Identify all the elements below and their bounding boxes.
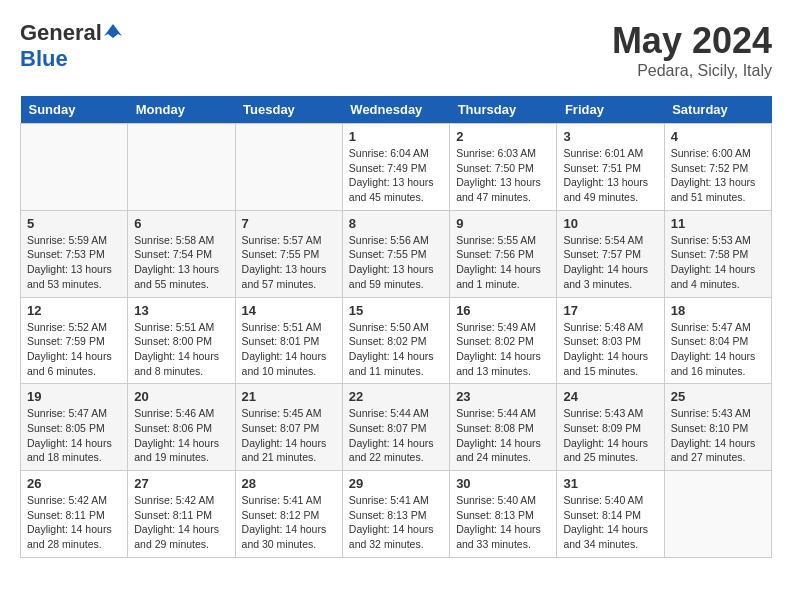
day-info: Sunrise: 5:42 AMSunset: 8:11 PMDaylight:…	[27, 493, 121, 552]
weekday-header-wednesday: Wednesday	[342, 96, 449, 124]
day-number: 4	[671, 129, 765, 144]
day-number: 2	[456, 129, 550, 144]
title-block: May 2024 Pedara, Sicily, Italy	[612, 20, 772, 80]
day-info: Sunrise: 5:47 AMSunset: 8:05 PMDaylight:…	[27, 406, 121, 465]
weekday-header-monday: Monday	[128, 96, 235, 124]
calendar-cell: 12Sunrise: 5:52 AMSunset: 7:59 PMDayligh…	[21, 297, 128, 384]
day-info: Sunrise: 5:42 AMSunset: 8:11 PMDaylight:…	[134, 493, 228, 552]
day-number: 5	[27, 216, 121, 231]
calendar-cell: 19Sunrise: 5:47 AMSunset: 8:05 PMDayligh…	[21, 384, 128, 471]
calendar-week-4: 19Sunrise: 5:47 AMSunset: 8:05 PMDayligh…	[21, 384, 772, 471]
calendar-cell: 23Sunrise: 5:44 AMSunset: 8:08 PMDayligh…	[450, 384, 557, 471]
day-info: Sunrise: 5:51 AMSunset: 8:01 PMDaylight:…	[242, 320, 336, 379]
day-number: 20	[134, 389, 228, 404]
calendar-cell	[21, 124, 128, 211]
calendar-cell: 7Sunrise: 5:57 AMSunset: 7:55 PMDaylight…	[235, 210, 342, 297]
day-number: 14	[242, 303, 336, 318]
calendar-cell: 14Sunrise: 5:51 AMSunset: 8:01 PMDayligh…	[235, 297, 342, 384]
calendar-week-3: 12Sunrise: 5:52 AMSunset: 7:59 PMDayligh…	[21, 297, 772, 384]
calendar-table: SundayMondayTuesdayWednesdayThursdayFrid…	[20, 96, 772, 558]
calendar-cell	[235, 124, 342, 211]
weekday-header-friday: Friday	[557, 96, 664, 124]
weekday-header-row: SundayMondayTuesdayWednesdayThursdayFrid…	[21, 96, 772, 124]
calendar-cell: 22Sunrise: 5:44 AMSunset: 8:07 PMDayligh…	[342, 384, 449, 471]
calendar-cell: 30Sunrise: 5:40 AMSunset: 8:13 PMDayligh…	[450, 471, 557, 558]
day-info: Sunrise: 5:47 AMSunset: 8:04 PMDaylight:…	[671, 320, 765, 379]
calendar-cell: 17Sunrise: 5:48 AMSunset: 8:03 PMDayligh…	[557, 297, 664, 384]
calendar-cell: 31Sunrise: 5:40 AMSunset: 8:14 PMDayligh…	[557, 471, 664, 558]
day-info: Sunrise: 5:46 AMSunset: 8:06 PMDaylight:…	[134, 406, 228, 465]
calendar-cell: 21Sunrise: 5:45 AMSunset: 8:07 PMDayligh…	[235, 384, 342, 471]
calendar-cell: 5Sunrise: 5:59 AMSunset: 7:53 PMDaylight…	[21, 210, 128, 297]
day-number: 12	[27, 303, 121, 318]
calendar-week-5: 26Sunrise: 5:42 AMSunset: 8:11 PMDayligh…	[21, 471, 772, 558]
day-info: Sunrise: 5:43 AMSunset: 8:10 PMDaylight:…	[671, 406, 765, 465]
calendar-cell: 8Sunrise: 5:56 AMSunset: 7:55 PMDaylight…	[342, 210, 449, 297]
logo-blue-text: Blue	[20, 46, 68, 71]
day-number: 15	[349, 303, 443, 318]
day-number: 9	[456, 216, 550, 231]
day-info: Sunrise: 6:04 AMSunset: 7:49 PMDaylight:…	[349, 146, 443, 205]
calendar-week-1: 1Sunrise: 6:04 AMSunset: 7:49 PMDaylight…	[21, 124, 772, 211]
calendar-cell: 13Sunrise: 5:51 AMSunset: 8:00 PMDayligh…	[128, 297, 235, 384]
calendar-cell: 3Sunrise: 6:01 AMSunset: 7:51 PMDaylight…	[557, 124, 664, 211]
day-info: Sunrise: 5:54 AMSunset: 7:57 PMDaylight:…	[563, 233, 657, 292]
day-info: Sunrise: 5:51 AMSunset: 8:00 PMDaylight:…	[134, 320, 228, 379]
calendar-cell: 16Sunrise: 5:49 AMSunset: 8:02 PMDayligh…	[450, 297, 557, 384]
day-number: 3	[563, 129, 657, 144]
day-info: Sunrise: 5:44 AMSunset: 8:07 PMDaylight:…	[349, 406, 443, 465]
day-info: Sunrise: 5:55 AMSunset: 7:56 PMDaylight:…	[456, 233, 550, 292]
day-number: 23	[456, 389, 550, 404]
calendar-cell: 10Sunrise: 5:54 AMSunset: 7:57 PMDayligh…	[557, 210, 664, 297]
logo: General Blue	[20, 20, 122, 72]
calendar-cell: 26Sunrise: 5:42 AMSunset: 8:11 PMDayligh…	[21, 471, 128, 558]
day-number: 18	[671, 303, 765, 318]
calendar-cell	[664, 471, 771, 558]
day-number: 13	[134, 303, 228, 318]
day-info: Sunrise: 5:40 AMSunset: 8:13 PMDaylight:…	[456, 493, 550, 552]
day-info: Sunrise: 5:50 AMSunset: 8:02 PMDaylight:…	[349, 320, 443, 379]
weekday-header-sunday: Sunday	[21, 96, 128, 124]
day-number: 19	[27, 389, 121, 404]
day-number: 31	[563, 476, 657, 491]
day-number: 1	[349, 129, 443, 144]
day-number: 11	[671, 216, 765, 231]
day-number: 28	[242, 476, 336, 491]
day-info: Sunrise: 5:48 AMSunset: 8:03 PMDaylight:…	[563, 320, 657, 379]
day-number: 21	[242, 389, 336, 404]
calendar-cell	[128, 124, 235, 211]
calendar-cell: 2Sunrise: 6:03 AMSunset: 7:50 PMDaylight…	[450, 124, 557, 211]
day-info: Sunrise: 5:49 AMSunset: 8:02 PMDaylight:…	[456, 320, 550, 379]
calendar-cell: 24Sunrise: 5:43 AMSunset: 8:09 PMDayligh…	[557, 384, 664, 471]
calendar-title: May 2024	[612, 20, 772, 62]
calendar-subtitle: Pedara, Sicily, Italy	[612, 62, 772, 80]
calendar-cell: 28Sunrise: 5:41 AMSunset: 8:12 PMDayligh…	[235, 471, 342, 558]
day-number: 29	[349, 476, 443, 491]
day-info: Sunrise: 6:03 AMSunset: 7:50 PMDaylight:…	[456, 146, 550, 205]
svg-marker-0	[104, 24, 122, 38]
day-info: Sunrise: 5:43 AMSunset: 8:09 PMDaylight:…	[563, 406, 657, 465]
calendar-cell: 18Sunrise: 5:47 AMSunset: 8:04 PMDayligh…	[664, 297, 771, 384]
day-info: Sunrise: 5:52 AMSunset: 7:59 PMDaylight:…	[27, 320, 121, 379]
calendar-cell: 20Sunrise: 5:46 AMSunset: 8:06 PMDayligh…	[128, 384, 235, 471]
day-number: 16	[456, 303, 550, 318]
day-number: 6	[134, 216, 228, 231]
day-info: Sunrise: 5:41 AMSunset: 8:12 PMDaylight:…	[242, 493, 336, 552]
day-info: Sunrise: 5:40 AMSunset: 8:14 PMDaylight:…	[563, 493, 657, 552]
day-number: 8	[349, 216, 443, 231]
day-number: 7	[242, 216, 336, 231]
day-info: Sunrise: 5:41 AMSunset: 8:13 PMDaylight:…	[349, 493, 443, 552]
day-number: 22	[349, 389, 443, 404]
calendar-cell: 4Sunrise: 6:00 AMSunset: 7:52 PMDaylight…	[664, 124, 771, 211]
day-info: Sunrise: 5:56 AMSunset: 7:55 PMDaylight:…	[349, 233, 443, 292]
calendar-cell: 25Sunrise: 5:43 AMSunset: 8:10 PMDayligh…	[664, 384, 771, 471]
day-info: Sunrise: 5:45 AMSunset: 8:07 PMDaylight:…	[242, 406, 336, 465]
page-header: General Blue May 2024 Pedara, Sicily, It…	[20, 20, 772, 80]
weekday-header-saturday: Saturday	[664, 96, 771, 124]
calendar-cell: 15Sunrise: 5:50 AMSunset: 8:02 PMDayligh…	[342, 297, 449, 384]
day-number: 10	[563, 216, 657, 231]
day-number: 26	[27, 476, 121, 491]
calendar-week-2: 5Sunrise: 5:59 AMSunset: 7:53 PMDaylight…	[21, 210, 772, 297]
day-info: Sunrise: 5:53 AMSunset: 7:58 PMDaylight:…	[671, 233, 765, 292]
calendar-cell: 11Sunrise: 5:53 AMSunset: 7:58 PMDayligh…	[664, 210, 771, 297]
